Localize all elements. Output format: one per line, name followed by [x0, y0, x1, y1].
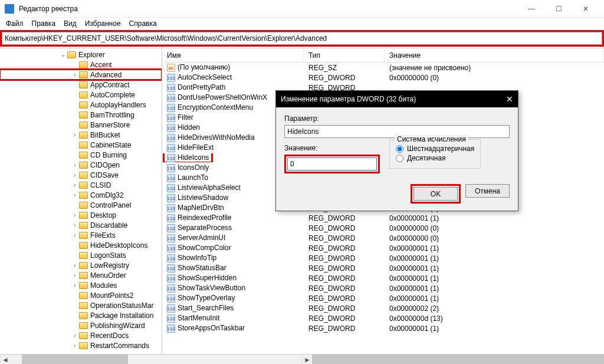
tree-item-cd-burning[interactable]: CD Burning — [0, 150, 162, 160]
tree-pane[interactable]: ⌄ExplorerAccent›AdvancedAppContractAutoC… — [0, 48, 162, 354]
chevron-right-icon[interactable]: › — [71, 162, 79, 168]
chevron-right-icon[interactable]: › — [71, 182, 79, 188]
chevron-right-icon[interactable]: › — [71, 172, 79, 178]
value-row[interactable]: 110ShowTaskViewButtonREG_DWORD0x00000001… — [162, 283, 604, 293]
chevron-right-icon[interactable]: › — [71, 342, 79, 349]
value-row[interactable]: 110StartMenuInitREG_DWORD0x0000000d (13) — [162, 313, 604, 323]
chevron-right-icon[interactable]: › — [71, 232, 79, 238]
address-bar[interactable]: Компьютер\HKEY_CURRENT_USER\Software\Mic… — [2, 32, 602, 45]
col-value[interactable]: Значение — [385, 49, 604, 62]
tree-item-cabinetstate[interactable]: CabinetState — [0, 140, 162, 150]
value-row[interactable]: 110ShowTypeOverlayREG_DWORD0x00000001 (1… — [162, 293, 604, 303]
dialog-close-icon[interactable]: ✕ — [506, 94, 513, 104]
tree-item-restartcommands[interactable]: ›RestartCommands — [0, 340, 162, 350]
list-header: Имя Тип Значение — [162, 48, 604, 63]
tree-item-appcontract[interactable]: AppContract — [0, 80, 162, 90]
menu-favorites[interactable]: Избранное — [81, 18, 124, 29]
value-row[interactable]: 110AutoCheckSelectREG_DWORD0x00000000 (0… — [162, 73, 604, 83]
value-row[interactable]: 110ServerAdminUIREG_DWORD0x00000000 (0) — [162, 233, 604, 243]
h-scrollbar[interactable]: ◄ ► — [0, 354, 604, 364]
reg-dw-icon: 110 — [167, 184, 175, 192]
chevron-right-icon[interactable]: › — [71, 71, 79, 78]
chevron-down-icon[interactable]: ⌄ — [59, 51, 67, 58]
tree-item-bannerstore[interactable]: BannerStore — [0, 120, 162, 130]
tree-item-bamthrottling[interactable]: BamThrottling — [0, 110, 162, 120]
value-row[interactable]: 110ShowCompColorREG_DWORD0x00000001 (1) — [162, 243, 604, 253]
value-row[interactable]: 110ShowInfoTipREG_DWORD0x00000001 (1) — [162, 253, 604, 263]
tree-item-modules[interactable]: ›Modules — [0, 280, 162, 290]
reg-dw-icon: 110 — [167, 74, 175, 82]
radio-hex-input[interactable] — [396, 145, 403, 153]
tree-item-comdlg32[interactable]: ›ComDlg32 — [0, 190, 162, 200]
tree-item-hidedesktopicons[interactable]: HideDesktopIcons — [0, 240, 162, 250]
tree-item-menuorder[interactable]: ›MenuOrder — [0, 270, 162, 280]
tree-item-package-installation[interactable]: Package Installation — [0, 310, 162, 320]
menu-help[interactable]: Справка — [126, 18, 160, 29]
scroll-thumb[interactable] — [312, 355, 604, 364]
value-row[interactable]: 110ReindexedProfileREG_DWORD0x00000001 (… — [162, 213, 604, 223]
tree-item-mountpoints2[interactable]: MountPoints2 — [0, 290, 162, 300]
tree-item-controlpanel[interactable]: ControlPanel — [0, 200, 162, 210]
tree-item-cidsave[interactable]: ›CIDSave — [0, 170, 162, 180]
value-name: DontUsePowerShellOnWinX — [178, 93, 267, 101]
cancel-button[interactable]: Отмена — [465, 184, 510, 198]
menu-file[interactable]: Файл — [2, 18, 27, 29]
value-data: 0x00000000 (0) — [385, 74, 604, 82]
value-name: ShowSuperHidden — [178, 274, 237, 282]
value-row[interactable]: 110ShowStatusBarREG_DWORD0x00000001 (1) — [162, 263, 604, 273]
tree-item-bitbucket[interactable]: ›BitBucket — [0, 130, 162, 140]
chevron-right-icon[interactable]: › — [71, 222, 79, 228]
chevron-right-icon[interactable]: › — [71, 212, 79, 218]
value-row[interactable]: 110ShowSuperHiddenREG_DWORD0x00000001 (1… — [162, 273, 604, 283]
value-row[interactable]: 110Start_SearchFilesREG_DWORD0x00000002 … — [162, 303, 604, 313]
value-type: REG_DWORD — [304, 274, 385, 283]
tree-item-lowregistry[interactable]: ›LowRegistry — [0, 260, 162, 270]
tree-item-publishingwizard[interactable]: PublishingWizard — [0, 320, 162, 330]
tree-item-accent[interactable]: Accent — [0, 60, 162, 70]
tree-item-logonstats[interactable]: LogonStats — [0, 250, 162, 260]
ok-button[interactable]: OK — [413, 187, 458, 201]
tree-item-fileexts[interactable]: ›FileExts — [0, 230, 162, 240]
radio-dec[interactable]: Десятичная — [396, 154, 474, 162]
tree-item-advanced[interactable]: ›Advanced — [0, 70, 162, 80]
chevron-right-icon[interactable]: › — [71, 282, 79, 288]
chevron-right-icon[interactable]: › — [71, 272, 79, 278]
tree-item-discardable[interactable]: ›Discardable — [0, 220, 162, 230]
reg-dw-icon: 110 — [167, 144, 175, 152]
radio-hex[interactable]: Шестнадцатеричная — [396, 145, 474, 153]
col-type[interactable]: Тип — [304, 49, 385, 62]
tree-item-cidopen[interactable]: ›CIDOpen — [0, 160, 162, 170]
tree-label: LowRegistry — [90, 261, 129, 270]
reg-dw-icon: 110 — [167, 124, 175, 132]
value-name: AutoCheckSelect — [178, 73, 232, 81]
chevron-right-icon[interactable]: › — [71, 132, 79, 138]
value-type: REG_DWORD — [304, 74, 385, 82]
menu-edit[interactable]: Правка — [28, 18, 60, 29]
value-input[interactable] — [287, 158, 377, 170]
tree-item-recentdocs[interactable]: ›RecentDocs — [0, 330, 162, 340]
tree-item-explorer[interactable]: ⌄Explorer — [0, 50, 162, 60]
chevron-right-icon[interactable]: › — [71, 192, 79, 198]
value-row[interactable]: 110SeparateProcessREG_DWORD0x00000000 (0… — [162, 223, 604, 233]
value-row[interactable]: 110StoreAppsOnTaskbarREG_DWORD0x00000001… — [162, 323, 604, 333]
tree-item-autocomplete[interactable]: AutoComplete — [0, 90, 162, 100]
chevron-right-icon[interactable]: › — [71, 332, 79, 339]
scroll-right-icon[interactable]: ► — [302, 355, 312, 364]
tree-label: PublishingWizard — [90, 322, 145, 330]
scroll-left-icon[interactable]: ◄ — [0, 355, 10, 364]
tree-item-operationstatusmar[interactable]: OperationStatusMar — [0, 300, 162, 310]
value-name: MapNetDrvBtn — [178, 204, 224, 212]
tree-item-clsid[interactable]: ›CLSID — [0, 180, 162, 190]
minimize-button[interactable]: — — [518, 0, 545, 18]
col-name[interactable]: Имя — [162, 49, 304, 62]
maximize-button[interactable]: ☐ — [545, 0, 572, 18]
tree-item-autoplayhandlers[interactable]: AutoplayHandlers — [0, 100, 162, 110]
menu-view[interactable]: Вид — [60, 18, 80, 29]
chevron-right-icon[interactable]: › — [71, 262, 79, 268]
close-button[interactable]: ✕ — [572, 0, 599, 18]
dialog-titlebar[interactable]: Изменение параметра DWORD (32 бита) ✕ — [276, 91, 518, 107]
value-row[interactable]: ab(По умолчанию)REG_SZ(значение не присв… — [162, 63, 604, 73]
scroll-thumb[interactable] — [22, 355, 128, 364]
tree-item-desktop[interactable]: ›Desktop — [0, 210, 162, 220]
radio-dec-input[interactable] — [396, 155, 403, 162]
